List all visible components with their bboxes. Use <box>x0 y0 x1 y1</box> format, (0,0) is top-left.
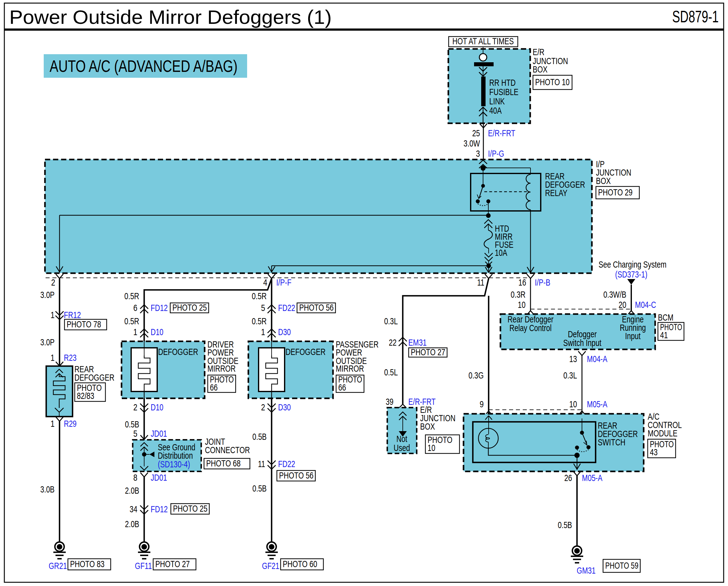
svg-text:39: 39 <box>386 396 394 407</box>
svg-text:PHOTO 68: PHOTO 68 <box>206 458 241 468</box>
svg-text:34: 34 <box>130 504 137 514</box>
svg-text:PHOTO 29: PHOTO 29 <box>598 187 632 197</box>
svg-text:RR HTD: RR HTD <box>489 77 516 88</box>
svg-text:DEFOGGER: DEFOGGER <box>74 372 115 382</box>
svg-text:MIRROR: MIRROR <box>336 363 364 374</box>
svg-text:BCM: BCM <box>658 312 673 322</box>
svg-text:Relay Control: Relay Control <box>509 323 552 333</box>
svg-text:11: 11 <box>477 277 484 287</box>
svg-text:FD22: FD22 <box>278 459 295 469</box>
svg-text:0.3L: 0.3L <box>563 370 577 380</box>
svg-text:22: 22 <box>389 337 397 347</box>
svg-text:40A: 40A <box>489 105 502 115</box>
svg-text:1: 1 <box>51 352 55 363</box>
svg-text:DEFOGGER: DEFOGGER <box>285 347 326 357</box>
svg-text:GR21: GR21 <box>49 561 67 571</box>
svg-text:10: 10 <box>569 399 577 409</box>
svg-text:M04-C: M04-C <box>635 299 656 310</box>
svg-text:PHOTO 56: PHOTO 56 <box>299 302 334 313</box>
svg-text:PHOTO 78: PHOTO 78 <box>67 319 101 329</box>
svg-text:6: 6 <box>133 302 137 313</box>
svg-text:M05-A: M05-A <box>582 473 602 483</box>
svg-text:M05-A: M05-A <box>587 399 607 409</box>
svg-text:FD12: FD12 <box>151 504 168 514</box>
svg-text:JD01: JD01 <box>151 472 167 483</box>
svg-text:10A: 10A <box>495 247 507 258</box>
svg-text:I/P-G: I/P-G <box>488 149 504 159</box>
svg-text:BOX: BOX <box>420 421 435 431</box>
svg-text:PHOTO 25: PHOTO 25 <box>172 302 207 313</box>
svg-text:Switch Input: Switch Input <box>563 338 602 348</box>
svg-text:3.0B: 3.0B <box>40 484 55 494</box>
svg-text:D10: D10 <box>151 327 164 337</box>
svg-text:2: 2 <box>51 277 55 287</box>
svg-text:3: 3 <box>476 149 480 159</box>
svg-text:0.5B: 0.5B <box>252 483 267 494</box>
svg-text:0.3R: 0.3R <box>511 289 526 299</box>
svg-text:BOX: BOX <box>596 176 611 186</box>
svg-text:GF21: GF21 <box>262 561 279 571</box>
svg-text:0.5B: 0.5B <box>252 431 267 442</box>
svg-text:EM31: EM31 <box>408 337 427 347</box>
svg-text:3.0P: 3.0P <box>40 290 55 300</box>
svg-text:0.5B: 0.5B <box>125 419 139 429</box>
svg-text:RELAY: RELAY <box>545 188 568 198</box>
svg-text:CONNECTOR: CONNECTOR <box>205 445 250 455</box>
svg-text:GF11: GF11 <box>135 561 152 571</box>
svg-text:0.5R: 0.5R <box>252 291 267 301</box>
svg-text:PHOTO 27: PHOTO 27 <box>411 347 445 357</box>
svg-text:20: 20 <box>619 299 626 310</box>
svg-text:R23: R23 <box>64 352 77 363</box>
svg-text:0.5B: 0.5B <box>558 520 572 530</box>
svg-text:FR12: FR12 <box>64 310 81 320</box>
svg-text:PHOTO 83: PHOTO 83 <box>70 559 104 569</box>
svg-text:FD22: FD22 <box>278 302 295 313</box>
svg-text:D10: D10 <box>151 402 164 412</box>
svg-text:0.3G: 0.3G <box>469 370 484 380</box>
svg-text:66: 66 <box>210 382 218 393</box>
svg-text:5: 5 <box>133 428 137 438</box>
svg-text:1: 1 <box>51 310 55 320</box>
svg-text:HOT AT ALL TIMES: HOT AT ALL TIMES <box>452 36 514 46</box>
svg-text:66: 66 <box>338 382 346 393</box>
svg-text:1: 1 <box>261 327 265 337</box>
svg-text:PHOTO 10: PHOTO 10 <box>535 77 570 87</box>
svg-text:82/83: 82/83 <box>77 391 94 401</box>
svg-text:D30: D30 <box>278 402 291 412</box>
svg-text:0.5R: 0.5R <box>124 316 139 326</box>
svg-text:Input: Input <box>625 331 641 341</box>
svg-text:2.0B: 2.0B <box>125 485 139 496</box>
svg-text:PHOTO 59: PHOTO 59 <box>605 560 638 570</box>
svg-text:MODULE: MODULE <box>648 428 677 438</box>
svg-text:FD12: FD12 <box>151 302 168 313</box>
svg-text:43: 43 <box>650 447 658 457</box>
svg-text:25: 25 <box>472 128 480 138</box>
svg-text:2: 2 <box>133 402 137 412</box>
svg-text:Power Outside Mirror Defoggers: Power Outside Mirror Defoggers (1) <box>9 6 332 28</box>
svg-text:AUTO A/C (ADVANCED A/BAG): AUTO A/C (ADVANCED A/BAG) <box>50 57 237 75</box>
svg-text:11: 11 <box>258 459 265 469</box>
svg-text:0.5R: 0.5R <box>252 316 267 326</box>
svg-text:3.0P: 3.0P <box>40 337 55 347</box>
svg-text:PHOTO 56: PHOTO 56 <box>279 470 313 480</box>
svg-text:10: 10 <box>518 299 526 310</box>
svg-text:E/R-FRT: E/R-FRT <box>488 128 515 138</box>
svg-text:LINK: LINK <box>489 96 505 106</box>
svg-text:R29: R29 <box>64 419 77 429</box>
svg-text:SWITCH: SWITCH <box>598 437 625 447</box>
svg-text:1: 1 <box>51 419 55 429</box>
svg-text:41: 41 <box>660 330 668 340</box>
svg-text:3.0W: 3.0W <box>463 138 480 149</box>
svg-text:M04-A: M04-A <box>587 354 607 364</box>
svg-text:MIRROR: MIRROR <box>207 363 236 374</box>
svg-text:0.5R: 0.5R <box>124 291 139 301</box>
svg-text:10: 10 <box>428 443 435 453</box>
svg-text:PHOTO 27: PHOTO 27 <box>155 559 190 569</box>
svg-text:(SD130-4): (SD130-4) <box>158 459 190 469</box>
svg-text:FUSIBLE: FUSIBLE <box>489 87 519 97</box>
svg-text:I/P-F: I/P-F <box>276 277 292 287</box>
svg-text:I/P-B: I/P-B <box>535 277 550 287</box>
svg-text:DEFOGGER: DEFOGGER <box>158 347 198 357</box>
svg-text:PHOTO 60: PHOTO 60 <box>283 559 317 569</box>
svg-text:Used: Used <box>394 443 410 453</box>
